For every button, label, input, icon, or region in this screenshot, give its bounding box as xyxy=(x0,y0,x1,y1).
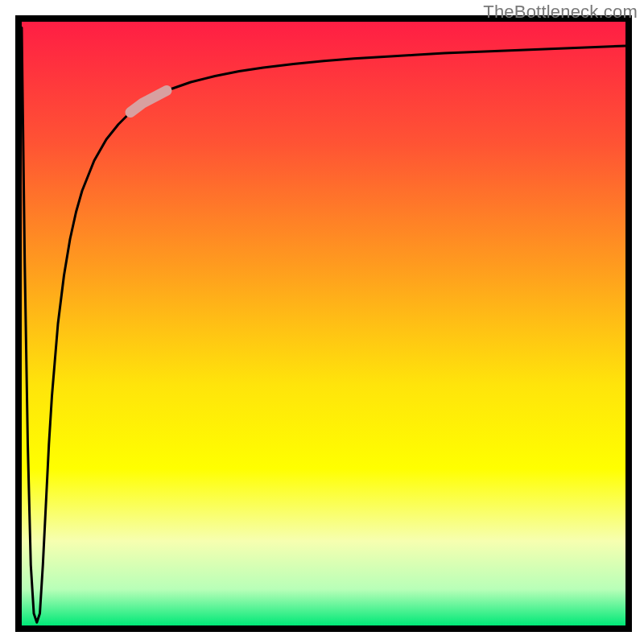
plot-gradient-fill xyxy=(22,22,625,625)
bottleneck-chart xyxy=(0,0,644,644)
watermark-text: TheBottleneck.com xyxy=(483,2,638,23)
